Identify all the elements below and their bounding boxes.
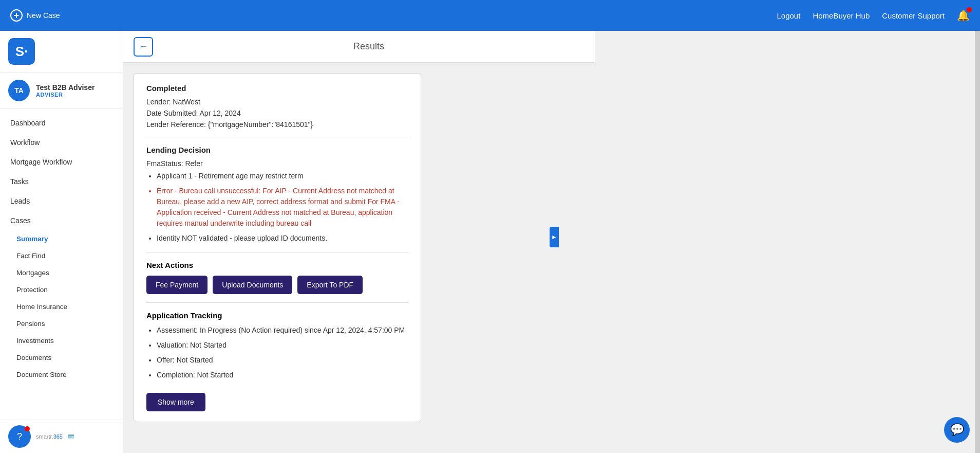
show-more-button[interactable]: Show more	[146, 393, 205, 411]
bullet-item-3: Identity NOT validated - please upload I…	[157, 233, 408, 244]
chat-support-button[interactable]: ?	[8, 425, 31, 448]
sidebar-subitem-document-store[interactable]: Document Store	[0, 366, 123, 383]
right-panel	[595, 31, 975, 453]
application-tracking-title: Application Tracking	[146, 311, 408, 320]
user-name: Test B2B Adviser	[36, 83, 95, 92]
lender-reference-field: Lender Reference: {"mortgageNumber":"841…	[146, 120, 408, 129]
top-navigation: + New Case Logout HomeBuyer Hub Customer…	[0, 0, 980, 31]
notification-dot	[967, 7, 972, 12]
sidebar-subitem-documents[interactable]: Documents	[0, 349, 123, 366]
divider-1	[146, 137, 408, 137]
back-button[interactable]: ←	[134, 37, 153, 57]
logout-link[interactable]: Logout	[777, 11, 800, 20]
tracking-item-1: Assessment: In Progress (No Action requi…	[157, 325, 408, 336]
date-submitted-field: Date Submitted: Apr 12, 2024	[146, 109, 408, 117]
customer-support-link[interactable]: Customer Support	[882, 11, 945, 20]
content-area: ← Results Completed Lender: NatWest Date…	[123, 31, 595, 453]
lending-decision-bullets: Applicant 1 - Retirement age may restric…	[146, 171, 408, 244]
sidebar-subitem-protection[interactable]: Protection	[0, 281, 123, 298]
fma-status: FmaStatus: Refer	[146, 159, 408, 168]
sidebar-item-tasks[interactable]: Tasks	[0, 172, 123, 191]
tracking-item-2: Valuation: Not Started	[157, 340, 408, 351]
tracking-item-4: Completion: Not Started	[157, 370, 408, 380]
new-case-button[interactable]: + New Case	[10, 9, 60, 22]
results-header: ← Results	[123, 31, 595, 63]
bullet-item-2: Error - Bureau call unsuccessful: For AI…	[157, 186, 408, 229]
new-case-icon: +	[10, 9, 23, 22]
top-nav-actions: Logout HomeBuyer Hub Customer Support 🔔	[777, 9, 970, 22]
upload-documents-button[interactable]: Upload Documents	[213, 276, 292, 294]
notification-bell[interactable]: 🔔	[957, 9, 970, 22]
sidebar-item-dashboard[interactable]: Dashboard	[0, 113, 123, 133]
sidebar-subitem-summary[interactable]: Summary	[0, 230, 123, 247]
sidebar-navigation: Dashboard Workflow Mortgage Workflow Tas…	[0, 109, 123, 420]
lender-field: Lender: NatWest	[146, 98, 408, 106]
action-buttons-group: Fee Payment Upload Documents Export To P…	[146, 276, 408, 294]
new-case-label: New Case	[27, 11, 60, 20]
completed-label: Completed	[146, 84, 408, 93]
sidebar-subitem-home-insurance[interactable]: Home Insurance	[0, 298, 123, 315]
sidebar-item-cases[interactable]: Cases	[0, 211, 123, 230]
avatar: TA	[8, 80, 30, 101]
export-to-pdf-button[interactable]: Export To PDF	[297, 276, 363, 294]
bullet-item-1: Applicant 1 - Retirement age may restric…	[157, 171, 408, 182]
logo-icon: S·	[8, 38, 35, 65]
tracking-item-3: Offer: Not Started	[157, 355, 408, 366]
divider-3	[146, 302, 408, 303]
divider-2	[146, 252, 408, 252]
sidebar-item-leads[interactable]: Leads	[0, 191, 123, 211]
tracking-bullets: Assessment: In Progress (No Action requi…	[146, 325, 408, 380]
sidebar-subitem-mortgages[interactable]: Mortgages	[0, 264, 123, 281]
right-scrollbar[interactable]	[975, 31, 980, 453]
sidebar: S· TA Test B2B Adviser ADVISER Dashboard…	[0, 31, 123, 453]
sidebar-subitem-pensions[interactable]: Pensions	[0, 315, 123, 332]
sidebar-logo: S·	[0, 31, 123, 73]
chat-icon: ?	[17, 431, 22, 442]
sidebar-bottom: ? smartr.365 🪪	[0, 420, 123, 453]
homebuyer-hub-link[interactable]: HomeBuyer Hub	[813, 11, 870, 20]
bottom-chat-icon: 💬	[950, 423, 964, 437]
smartr-logo: smartr.365 🪪	[36, 433, 74, 440]
sidebar-item-workflow[interactable]: Workflow	[0, 133, 123, 152]
chat-notification-dot	[25, 426, 30, 431]
sidebar-item-mortgage-workflow[interactable]: Mortgage Workflow	[0, 152, 123, 172]
sidebar-user: TA Test B2B Adviser ADVISER	[0, 73, 123, 109]
sidebar-subitem-fact-find[interactable]: Fact Find	[0, 247, 123, 264]
fee-payment-button[interactable]: Fee Payment	[146, 276, 208, 294]
results-content: Completed Lender: NatWest Date Submitted…	[123, 63, 595, 453]
collapse-handle[interactable]: ►	[550, 227, 559, 247]
results-card: Completed Lender: NatWest Date Submitted…	[134, 73, 421, 422]
next-actions-title: Next Actions	[146, 261, 408, 269]
sidebar-subitem-investments[interactable]: Investments	[0, 332, 123, 349]
bottom-chat-button[interactable]: 💬	[944, 417, 970, 443]
main-layout: S· TA Test B2B Adviser ADVISER Dashboard…	[0, 31, 980, 453]
results-title: Results	[153, 41, 585, 52]
user-role: ADVISER	[36, 92, 95, 98]
lending-decision-title: Lending Decision	[146, 146, 408, 154]
